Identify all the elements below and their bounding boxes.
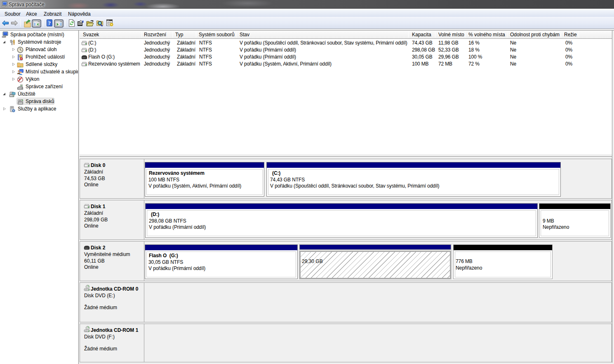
svg-text:?: ?: [48, 20, 51, 26]
